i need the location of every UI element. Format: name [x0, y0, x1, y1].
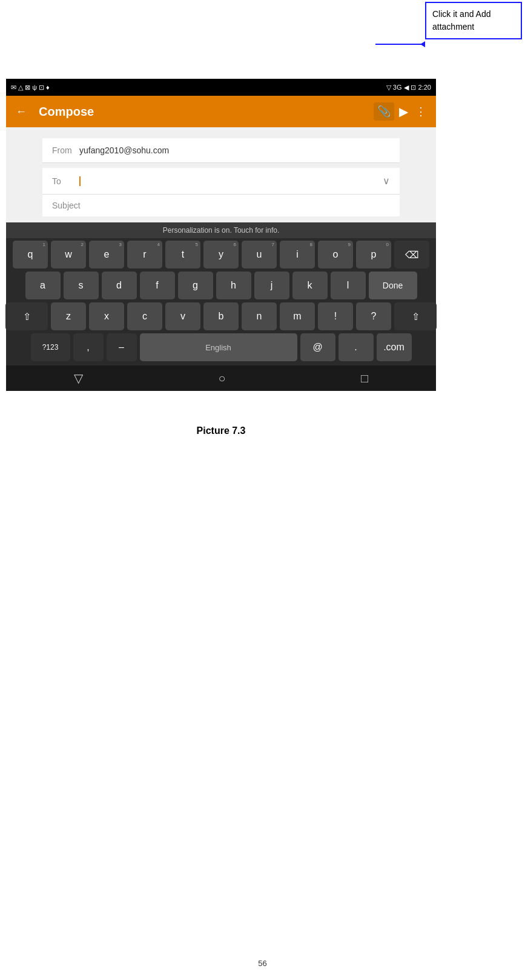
action-bar: ← Compose 📎 ▶ ⋮	[6, 96, 436, 127]
more-options-button[interactable]: ⋮	[413, 102, 429, 121]
key-v[interactable]: v	[165, 302, 200, 330]
nav-recent-icon[interactable]: □	[361, 372, 368, 385]
from-label: From	[52, 145, 79, 155]
status-icons: ✉ △ ⊠ ψ ⊡ ♦	[11, 84, 50, 92]
key-n[interactable]: n	[242, 302, 277, 330]
page-number: 56	[258, 959, 266, 968]
kb-row-1: q1 w2 e3 r4 t5 y6 u7 i8 o9 p0 ⌫	[8, 241, 434, 268]
status-time: 2:20	[418, 84, 431, 91]
nav-home-icon[interactable]: ○	[218, 372, 225, 385]
phone-container: ✉ △ ⊠ ψ ⊡ ♦ ▽ 3G ◀ ⊡ 2:20 ← Compose 📎 ▶ …	[6, 79, 436, 391]
compose-title: Compose	[39, 105, 364, 119]
kb-row-3: ⇧ z x c v b n m ! ? ⇧	[8, 302, 434, 330]
caption: Picture 7.3	[6, 425, 436, 436]
key-o[interactable]: o9	[318, 241, 353, 268]
subject-field[interactable]: Subject	[42, 195, 400, 216]
dotcom-key[interactable]: .com	[377, 333, 412, 361]
key-z[interactable]: z	[51, 302, 86, 330]
cursor	[79, 176, 81, 186]
key-p[interactable]: p0	[356, 241, 391, 268]
key-w[interactable]: w2	[51, 241, 86, 268]
back-button[interactable]: ←	[13, 103, 29, 121]
key-g[interactable]: g	[178, 272, 213, 299]
dot-key[interactable]: .	[338, 333, 374, 361]
key-e[interactable]: e3	[89, 241, 124, 268]
key-f[interactable]: f	[140, 272, 175, 299]
key-u[interactable]: u7	[242, 241, 277, 268]
key-m[interactable]: m	[280, 302, 315, 330]
key-b[interactable]: b	[203, 302, 239, 330]
status-bar: ✉ △ ⊠ ψ ⊡ ♦ ▽ 3G ◀ ⊡ 2:20	[6, 79, 436, 96]
annotation-text: Click it and Add attachment	[432, 9, 491, 32]
nav-back-icon[interactable]: ▽	[74, 371, 83, 385]
status-bar-left: ✉ △ ⊠ ψ ⊡ ♦	[11, 84, 50, 92]
key-k[interactable]: k	[292, 272, 328, 299]
key-r[interactable]: r4	[127, 241, 162, 268]
key-s[interactable]: s	[64, 272, 99, 299]
keyboard-notice[interactable]: Personalization is on. Touch for info.	[6, 222, 436, 238]
status-bar-right: ▽ 3G ◀ ⊡ 2:20	[386, 84, 431, 92]
key-c[interactable]: c	[127, 302, 162, 330]
comma-key[interactable]: ,	[73, 333, 104, 361]
space-key[interactable]: English	[140, 333, 297, 361]
subject-label: Subject	[52, 201, 88, 210]
key-t[interactable]: t5	[165, 241, 200, 268]
num-sym-key[interactable]: ?123	[31, 333, 70, 361]
annotation-arrowhead	[420, 41, 425, 47]
key-j[interactable]: j	[254, 272, 289, 299]
key-exclaim[interactable]: !	[318, 302, 353, 330]
key-h[interactable]: h	[216, 272, 251, 299]
caption-text: Picture 7.3	[197, 425, 246, 436]
to-label: To	[52, 176, 79, 186]
key-q[interactable]: q1	[13, 241, 48, 268]
key-question[interactable]: ?	[356, 302, 391, 330]
from-value: yufang2010@sohu.com	[79, 145, 390, 155]
at-key[interactable]: @	[300, 333, 335, 361]
nav-bar: ▽ ○ □	[6, 365, 436, 391]
action-bar-icons: 📎 ▶ ⋮	[374, 102, 429, 121]
signal-icons: ▽ 3G ◀ ⊡	[386, 84, 416, 92]
dash-key[interactable]: –	[107, 333, 137, 361]
annotation-arrow-line	[375, 44, 424, 45]
done-key[interactable]: Done	[369, 272, 417, 299]
keyboard: Personalization is on. Touch for info. q…	[6, 222, 436, 365]
key-d[interactable]: d	[102, 272, 137, 299]
backspace-key[interactable]: ⌫	[394, 241, 429, 268]
shift-right-key[interactable]: ⇧	[394, 302, 437, 330]
from-field: From yufang2010@sohu.com	[42, 138, 400, 163]
key-y[interactable]: y6	[203, 241, 239, 268]
key-x[interactable]: x	[89, 302, 124, 330]
expand-icon[interactable]: ∨	[383, 175, 390, 187]
kb-row-2: a s d f g h j k l Done	[8, 272, 434, 299]
to-field[interactable]: To ∨	[42, 168, 400, 195]
send-button[interactable]: ▶	[399, 104, 408, 119]
kb-row-4: ?123 , – English @ . .com	[8, 333, 434, 361]
annotation-box: Click it and Add attachment	[425, 2, 522, 39]
attachment-button[interactable]: 📎	[374, 102, 394, 121]
shift-left-key[interactable]: ⇧	[5, 302, 48, 330]
to-value[interactable]	[79, 176, 383, 186]
key-l[interactable]: l	[331, 272, 366, 299]
keyboard-rows: q1 w2 e3 r4 t5 y6 u7 i8 o9 p0 ⌫ a s d f …	[6, 238, 436, 365]
key-i[interactable]: i8	[280, 241, 315, 268]
key-a[interactable]: a	[25, 272, 61, 299]
compose-area: From yufang2010@sohu.com To ∨ Subject	[6, 127, 436, 222]
